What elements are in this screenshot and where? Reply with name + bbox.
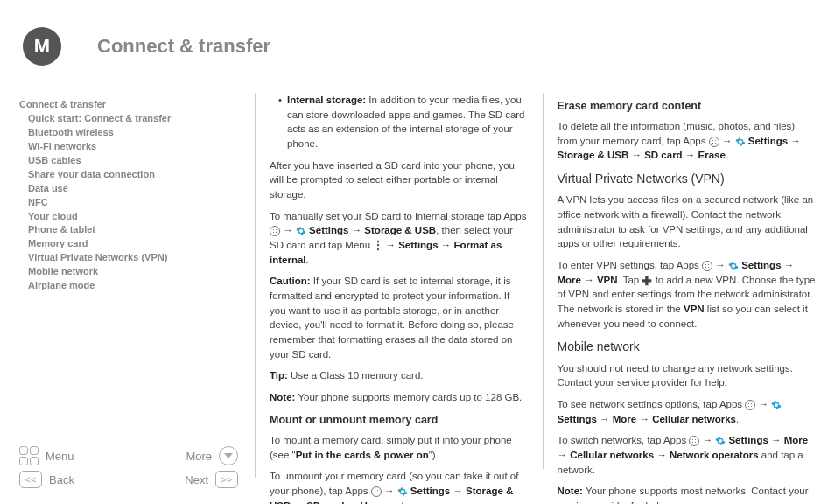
- motorola-logo-icon: M: [23, 27, 61, 66]
- toc-item[interactable]: Mobile network: [19, 265, 238, 279]
- paragraph: To enter VPN settings, tap Apps → Settin…: [558, 258, 817, 331]
- gear-icon: [735, 136, 746, 147]
- paragraph: After you have inserted a SD card into y…: [270, 158, 529, 202]
- divider: [81, 18, 81, 75]
- note: Note: Your phone supports most networks.…: [558, 484, 817, 504]
- toc-item[interactable]: Data use: [19, 182, 238, 196]
- gear-icon: [397, 486, 408, 497]
- plus-icon: ✚: [642, 274, 652, 288]
- gear-icon: [715, 436, 726, 446]
- paragraph: To mount a memory card, simply put it in…: [270, 433, 529, 462]
- content-area: • Internal storage: In addition to your …: [268, 93, 817, 469]
- page-header: M Connect & transfer: [0, 18, 835, 75]
- heading-mobile: Mobile network: [558, 338, 817, 355]
- paragraph: To unmount your memory card (so you can …: [270, 469, 529, 504]
- apps-icon: [689, 436, 699, 446]
- toc-item[interactable]: Wi-Fi networks: [19, 140, 238, 154]
- gear-icon: [728, 261, 739, 271]
- menu-grid-icon[interactable]: [19, 446, 39, 466]
- menu-dots-icon: ⋮: [373, 240, 382, 250]
- toc-item[interactable]: Memory card: [19, 237, 238, 251]
- chevron-down-icon[interactable]: [219, 446, 238, 466]
- more-button[interactable]: More: [186, 450, 212, 463]
- toc-item[interactable]: Airplane mode: [19, 279, 238, 293]
- toc-item[interactable]: Quick start: Connect & transfer: [19, 112, 238, 126]
- back-button[interactable]: Back: [49, 473, 74, 486]
- apps-icon: [709, 136, 719, 147]
- toc-item[interactable]: Bluetooth wireless: [19, 126, 238, 140]
- heading-vpn: Virtual Private Networks (VPN): [558, 170, 817, 187]
- label: Internal storage:: [287, 94, 366, 105]
- page-title: Connect & transfer: [97, 35, 270, 58]
- toc-heading[interactable]: Connect & transfer: [19, 98, 238, 112]
- tip: Tip: Use a Class 10 memory card.: [270, 368, 529, 383]
- paragraph: To see network settings options, tap App…: [558, 397, 817, 426]
- divider: [255, 93, 256, 478]
- note: Note: Your phone supports memory cards u…: [270, 390, 529, 405]
- caution: Caution: If your SD card is set to inter…: [270, 274, 529, 361]
- next-button-icon[interactable]: >>: [215, 471, 238, 488]
- gear-icon: [296, 226, 306, 236]
- nav-footer: Menu More << Back Next >>: [19, 441, 238, 488]
- apps-icon: [270, 226, 280, 236]
- toc-item[interactable]: USB cables: [19, 154, 238, 168]
- paragraph: To delete all the information (music, ph…: [558, 119, 817, 163]
- apps-icon: [371, 486, 382, 497]
- toc-item[interactable]: Virtual Private Networks (VPN): [19, 251, 238, 265]
- back-button-icon[interactable]: <<: [19, 471, 42, 488]
- apps-icon: [745, 400, 755, 410]
- toc-item[interactable]: Phone & tablet: [19, 223, 238, 237]
- apps-icon: [702, 261, 712, 271]
- paragraph: You should not need to change any networ…: [558, 361, 817, 390]
- paragraph: To manually set your SD card to internal…: [270, 209, 529, 268]
- bullet-internal-storage: • Internal storage: In addition to your …: [270, 93, 529, 151]
- col-right: Erase memory card content To delete all …: [556, 93, 818, 469]
- gear-icon: [771, 400, 782, 410]
- toc-item[interactable]: Your cloud: [19, 210, 238, 224]
- paragraph: To switch networks, tap Apps → Settings …: [558, 433, 817, 477]
- heading-mount: Mount or unmount memory card: [270, 412, 529, 428]
- next-button[interactable]: Next: [185, 473, 208, 486]
- sidebar-toc: Connect & transfer Quick start: Connect …: [19, 98, 238, 293]
- col-left: • Internal storage: In addition to your …: [268, 93, 530, 469]
- divider: [543, 93, 544, 469]
- toc-item[interactable]: NFC: [19, 196, 238, 210]
- toc-item[interactable]: Share your data connection: [19, 168, 238, 182]
- paragraph: A VPN lets you access files on a secured…: [558, 192, 817, 251]
- menu-button[interactable]: Menu: [46, 450, 74, 463]
- heading-erase: Erase memory card content: [558, 98, 817, 114]
